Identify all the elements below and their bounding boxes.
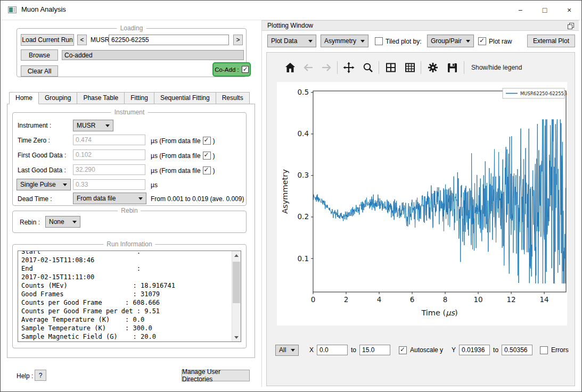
gear-icon bbox=[427, 61, 439, 74]
svg-text:0.1: 0.1 bbox=[298, 254, 309, 263]
svg-text:0.4: 0.4 bbox=[298, 129, 309, 138]
chevron-down-icon bbox=[63, 184, 67, 186]
svg-text:8: 8 bbox=[443, 295, 448, 304]
tab-grouping[interactable]: Grouping bbox=[38, 92, 77, 104]
rebin-combo[interactable]: None bbox=[45, 216, 80, 228]
tab-results[interactable]: Results bbox=[216, 92, 250, 104]
range-scope-combo[interactable]: All bbox=[275, 345, 299, 356]
coadd-label: Co-Add : bbox=[215, 66, 239, 73]
forward-tool-button[interactable] bbox=[319, 60, 334, 75]
pulse-mode-combo[interactable]: Single Pulse bbox=[17, 179, 71, 190]
autoscale-y-label: Autoscale y bbox=[410, 346, 443, 354]
minimize-button[interactable]: − bbox=[508, 1, 532, 20]
coadd-highlight: Co-Add : bbox=[212, 62, 251, 77]
last-good-data-input[interactable] bbox=[73, 164, 145, 175]
help-button[interactable]: ? bbox=[35, 370, 46, 381]
dead-time-info: From 0.001 to 0.019 (ave. 0.009) bbox=[151, 195, 244, 203]
figure-options-tool-button[interactable] bbox=[425, 60, 440, 75]
back-arrow-icon bbox=[302, 61, 315, 74]
svg-text:10: 10 bbox=[473, 295, 482, 304]
svg-text:0: 0 bbox=[311, 295, 316, 304]
rebin-label: Rebin : bbox=[20, 219, 40, 226]
time-zero-label: Time Zero : bbox=[18, 137, 50, 144]
forward-arrow-icon bbox=[320, 61, 333, 74]
svg-text:14: 14 bbox=[539, 295, 548, 304]
clear-all-button[interactable]: Clear All bbox=[21, 65, 58, 77]
maximize-button[interactable]: □ bbox=[532, 1, 557, 20]
previous-run-button[interactable]: < bbox=[77, 35, 87, 45]
y-to-input[interactable] bbox=[502, 345, 532, 355]
grid-2x2-icon bbox=[384, 61, 397, 74]
coadd-checkbox[interactable] bbox=[242, 66, 249, 73]
time-zero-input[interactable] bbox=[73, 135, 145, 145]
pulse-suffix: µs bbox=[151, 181, 158, 189]
home-tool-button[interactable] bbox=[283, 60, 298, 75]
window-title: Muon Analysis bbox=[21, 5, 66, 13]
pan-tool-button[interactable] bbox=[341, 60, 356, 75]
instrument-label: Instrument : bbox=[18, 122, 51, 129]
dead-time-combo[interactable]: From data file bbox=[73, 193, 146, 204]
tiled-plot-checkbox[interactable] bbox=[375, 37, 383, 45]
dock-titlebar: Plotting Window bbox=[262, 20, 579, 31]
plot-data-combo[interactable]: Plot Data bbox=[267, 35, 316, 47]
zoom-tool-button[interactable] bbox=[360, 60, 375, 75]
asymmetry-plot[interactable]: 024681012140.10.20.30.40.5Time (μs)Asymm… bbox=[277, 82, 567, 326]
y-from-input[interactable] bbox=[459, 345, 490, 355]
time-zero-from-file-checkbox[interactable] bbox=[203, 137, 211, 145]
plot-raw-checkbox[interactable] bbox=[478, 37, 486, 45]
next-run-button[interactable]: > bbox=[233, 35, 243, 45]
run-info-text: Start : 2017-02-15T11:08:46 End : 2017-0… bbox=[18, 251, 241, 341]
errors-checkbox[interactable] bbox=[540, 346, 548, 354]
manage-user-directories-button[interactable]: Manage User Directories bbox=[182, 370, 250, 381]
svg-text:2: 2 bbox=[344, 295, 349, 304]
run-number-input[interactable] bbox=[109, 35, 229, 45]
tab-sequential-fitting[interactable]: Sequential Fitting bbox=[154, 92, 216, 104]
load-current-run-button[interactable]: Load Current Run bbox=[21, 34, 74, 46]
x-from-input[interactable] bbox=[317, 345, 348, 355]
plotting-dock: Plotting Window Plot Data Asymmetry Tile… bbox=[261, 20, 579, 387]
time-zero-suffix: µs (From data file bbox=[151, 137, 201, 145]
scrollbar-thumb[interactable] bbox=[233, 262, 240, 303]
scroll-up-icon[interactable] bbox=[232, 251, 241, 260]
close-button[interactable]: × bbox=[557, 1, 581, 20]
tab-fitting[interactable]: Fitting bbox=[124, 92, 154, 104]
float-window-icon bbox=[567, 22, 575, 30]
save-tool-button[interactable] bbox=[445, 60, 460, 75]
chevron-down-icon bbox=[72, 221, 77, 223]
instrument-prefix-label: MUSR bbox=[91, 36, 109, 44]
scroll-down-icon[interactable] bbox=[232, 333, 241, 341]
plot-type-combo[interactable]: Asymmetry bbox=[321, 35, 368, 47]
loaded-file-field bbox=[62, 50, 244, 60]
group-pair-combo[interactable]: Group/Pair bbox=[427, 35, 474, 47]
show-hide-legend-button[interactable]: Show/hide legend bbox=[471, 64, 522, 71]
errors-label: Errors bbox=[551, 346, 569, 354]
tab-phase-table[interactable]: Phase Table bbox=[77, 92, 125, 104]
back-tool-button[interactable] bbox=[301, 60, 316, 75]
last-good-from-file-checkbox[interactable] bbox=[203, 166, 211, 174]
first-good-data-input[interactable] bbox=[73, 149, 145, 160]
subplots-tool-button[interactable] bbox=[383, 60, 398, 75]
axes-settings-tool-button[interactable] bbox=[403, 60, 417, 75]
instrument-combo[interactable]: MUSR bbox=[73, 120, 113, 131]
svg-text:6: 6 bbox=[410, 295, 415, 304]
svg-text:0.5: 0.5 bbox=[298, 88, 309, 96]
help-label: Help : bbox=[17, 372, 33, 380]
dock-float-button[interactable] bbox=[567, 22, 575, 30]
tabbar: Home Grouping Phase Table Fitting Sequen… bbox=[9, 92, 249, 104]
plot-range-row: All X to Autoscale y Y to Errors bbox=[267, 343, 575, 357]
y-range-label: Y bbox=[452, 346, 456, 354]
pulse-value-input[interactable] bbox=[73, 179, 145, 190]
app-icon bbox=[8, 6, 17, 13]
autoscale-y-checkbox[interactable] bbox=[399, 346, 407, 354]
svg-text:4: 4 bbox=[377, 295, 382, 304]
muon-analysis-window: Muon Analysis − □ × Loading Load Current… bbox=[0, 0, 582, 392]
tab-home[interactable]: Home bbox=[9, 92, 39, 104]
first-good-from-file-checkbox[interactable] bbox=[203, 152, 211, 160]
external-plot-button[interactable]: External Plot bbox=[527, 35, 575, 47]
chevron-down-icon bbox=[105, 124, 110, 127]
browse-button[interactable]: Browse bbox=[21, 49, 58, 61]
plot-panel: Show/hide legend 024681012140.10.20.30.4… bbox=[266, 52, 575, 386]
x-to-input[interactable] bbox=[359, 345, 390, 355]
run-info-textarea[interactable]: Start : 2017-02-15T11:08:46 End : 2017-0… bbox=[18, 251, 241, 342]
run-info-scrollbar[interactable] bbox=[232, 251, 241, 341]
